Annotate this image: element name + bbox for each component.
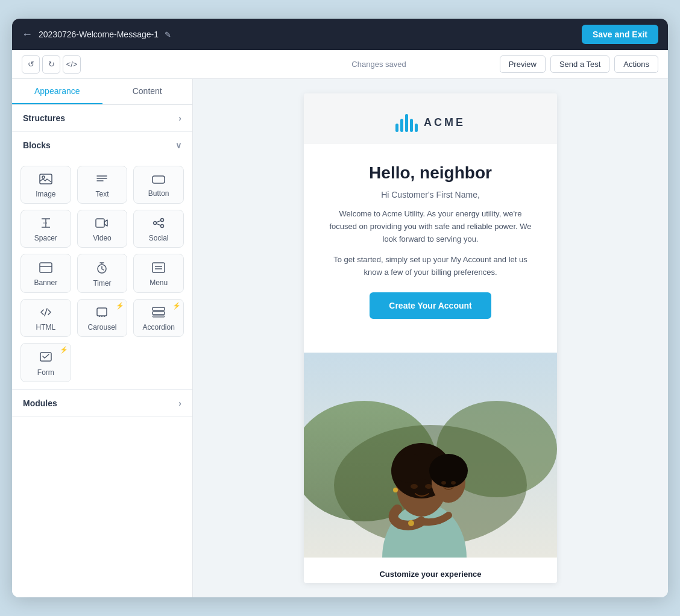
modules-header[interactable]: Modules › <box>12 390 192 416</box>
carousel-icon <box>95 307 109 319</box>
block-text[interactable]: Text <box>77 166 128 204</box>
svg-point-41 <box>441 481 446 485</box>
email-header: ACME <box>304 93 557 144</box>
timer-label: Timer <box>93 279 111 288</box>
email-hero-image <box>304 353 557 558</box>
accordion-icon <box>152 307 165 319</box>
structures-section: Structures › <box>12 105 192 132</box>
svg-point-9 <box>154 222 157 225</box>
top-bar: ← 20230726-Welcome-Message-1 ✎ Save and … <box>12 19 668 50</box>
svg-line-11 <box>157 221 161 222</box>
modules-section: Modules › <box>12 390 192 417</box>
email-cta-button[interactable]: Create Your Account <box>370 292 491 319</box>
image-label: Image <box>36 190 55 198</box>
social-icon <box>153 218 165 230</box>
modules-chevron: › <box>178 398 181 408</box>
edit-title-icon[interactable]: ✎ <box>165 30 171 39</box>
email-body-text-2: To get started, simply set up your My Ac… <box>328 254 533 279</box>
html-label: HTML <box>36 323 55 332</box>
tab-content[interactable]: Content <box>102 79 193 104</box>
block-banner[interactable]: Banner <box>20 254 71 293</box>
svg-rect-24 <box>153 312 165 315</box>
email-heading: Hello, neighbor <box>328 163 533 183</box>
menu-label: Menu <box>150 278 168 287</box>
block-accordion[interactable]: ⚡ Accordion <box>133 299 184 337</box>
acme-bars <box>395 113 418 132</box>
blocks-chevron: ∨ <box>175 140 181 150</box>
banner-icon <box>39 262 52 275</box>
image-icon <box>39 174 52 186</box>
svg-rect-7 <box>96 219 104 227</box>
preview-button[interactable]: Preview <box>500 55 546 73</box>
structures-header[interactable]: Structures › <box>12 105 192 131</box>
svg-point-21 <box>99 316 100 317</box>
app-window: ← 20230726-Welcome-Message-1 ✎ Save and … <box>12 19 668 597</box>
menu-icon <box>152 262 165 275</box>
social-label: Social <box>149 234 169 242</box>
email-footer: Customize your experience <box>304 558 557 583</box>
block-video[interactable]: Video <box>77 210 128 248</box>
block-menu[interactable]: Menu <box>133 254 184 293</box>
svg-rect-19 <box>97 308 107 316</box>
bar4 <box>410 119 413 132</box>
back-icon[interactable]: ← <box>22 28 33 41</box>
svg-point-40 <box>429 454 468 488</box>
svg-rect-16 <box>153 263 165 272</box>
blocks-grid: Image Text Button <box>12 159 192 389</box>
svg-point-1 <box>42 176 45 178</box>
form-lightning: ⚡ <box>60 346 68 354</box>
tab-appearance[interactable]: Appearance <box>12 79 102 104</box>
block-html[interactable]: HTML <box>20 299 71 337</box>
save-exit-button[interactable]: Save and Exit <box>582 25 658 44</box>
svg-rect-23 <box>153 307 165 310</box>
timer-icon <box>96 262 107 275</box>
svg-point-20 <box>101 316 102 317</box>
html-icon <box>39 307 52 319</box>
spacer-icon <box>40 218 52 230</box>
text-label: Text <box>95 190 109 198</box>
svg-point-8 <box>161 219 164 222</box>
save-status: Changes saved <box>260 60 497 69</box>
block-carousel[interactable]: ⚡ Carousel <box>77 299 128 337</box>
svg-rect-2 <box>153 176 165 183</box>
block-spacer[interactable]: Spacer <box>20 210 71 248</box>
actions-button[interactable]: Actions <box>614 55 658 73</box>
svg-rect-13 <box>40 263 52 272</box>
toolbar: ↺ ↻ </> Changes saved Preview Send a Tes… <box>12 50 668 79</box>
button-icon <box>152 175 165 186</box>
preview-area: ACME Hello, neighbor Hi Customer's First… <box>193 79 668 597</box>
svg-line-12 <box>157 224 161 225</box>
send-test-button[interactable]: Send a Test <box>550 55 609 73</box>
bar2 <box>400 119 403 132</box>
text-icon <box>96 174 108 186</box>
accordion-label: Accordion <box>142 323 174 332</box>
block-image[interactable]: Image <box>20 166 71 204</box>
svg-point-10 <box>161 225 164 228</box>
code-button[interactable]: </> <box>63 55 81 74</box>
email-footer-text: Customize your experience <box>328 570 533 579</box>
block-form[interactable]: ⚡ Form <box>20 343 71 382</box>
modules-label: Modules <box>23 398 57 408</box>
blocks-header[interactable]: Blocks ∨ <box>12 132 192 159</box>
sidebar: Appearance Content Structures › Blocks ∨ <box>12 79 193 597</box>
svg-point-37 <box>425 484 432 489</box>
email-body: Hello, neighbor Hi Customer's First Name… <box>304 144 557 353</box>
top-bar-left: ← 20230726-Welcome-Message-1 ✎ <box>22 28 582 41</box>
bar5 <box>415 124 418 132</box>
blocks-section: Blocks ∨ Image Text <box>12 132 192 390</box>
block-timer[interactable]: Timer <box>77 254 128 293</box>
form-icon <box>40 351 52 365</box>
block-social[interactable]: Social <box>133 210 184 248</box>
button-label: Button <box>148 189 169 198</box>
email-subheading: Hi Customer's First Name, <box>328 190 533 200</box>
redo-button[interactable]: ↻ <box>42 55 60 74</box>
svg-rect-0 <box>40 174 52 184</box>
blocks-label: Blocks <box>23 140 51 150</box>
structures-label: Structures <box>23 113 65 123</box>
undo-button[interactable]: ↺ <box>22 55 40 74</box>
block-button[interactable]: Button <box>133 166 184 204</box>
carousel-lightning: ⚡ <box>116 302 124 310</box>
main-content: Appearance Content Structures › Blocks ∨ <box>12 79 668 597</box>
svg-rect-25 <box>153 316 165 317</box>
spacer-label: Spacer <box>34 234 57 242</box>
